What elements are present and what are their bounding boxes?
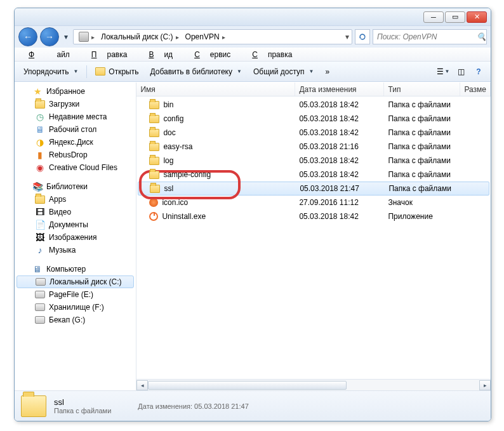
sidebar-favorites-group: ★ Избранное Загрузки ◷Недавние места 🖥Ра… <box>15 85 136 174</box>
sidebar-libraries-group: 📚 Библиотеки Apps 🎞Видео 📄Документы 🖼Изо… <box>15 180 136 256</box>
view-icon: ☰ <box>437 67 444 76</box>
scroll-left-button[interactable]: ◂ <box>136 380 148 390</box>
file-row[interactable]: doc05.03.2018 18:42Папка с файлами <box>136 126 491 140</box>
sidebar-item-drive-f[interactable]: Хранилище (F:) <box>15 301 136 314</box>
sidebar-item-drive-e[interactable]: PageFile (E:) <box>15 288 136 301</box>
details-meta-label: Дата изменения: <box>138 402 192 410</box>
chevron-right-icon: ▸ <box>91 34 95 41</box>
sidebar-item-music[interactable]: ♪Музыка <box>15 244 136 256</box>
refresh-icon <box>358 32 367 41</box>
chevron-right-icon: ▸ <box>222 34 225 41</box>
sidebar-item-label: Рабочий стол <box>49 125 96 134</box>
scroll-right-button[interactable]: ▸ <box>479 380 491 390</box>
menu-edit[interactable]: Правка <box>81 49 138 60</box>
horizontal-scrollbar[interactable]: ◂ ▸ <box>136 379 491 390</box>
sidebar-item-yandex[interactable]: ◑Яндекс.Диск <box>15 136 136 149</box>
sidebar-item-label: Хранилище (F:) <box>49 303 104 312</box>
file-row[interactable]: ssl05.03.2018 21:47Папка с файлами <box>138 182 489 196</box>
file-type: Папка с файлами <box>384 128 460 137</box>
breadcrumb-dropdown[interactable]: ▾ <box>345 32 349 41</box>
sidebar-item-desktop[interactable]: 🖥Рабочий стол <box>15 123 136 136</box>
help-button[interactable]: ? <box>470 65 487 79</box>
addlib-label: Добавить в библиотеку <box>150 67 232 76</box>
refresh-button[interactable] <box>355 29 370 44</box>
sidebar-libraries-header[interactable]: 📚 Библиотеки <box>15 180 136 193</box>
folder-icon <box>35 100 45 109</box>
share-button[interactable]: Общий доступ ▼ <box>248 65 319 78</box>
file-row[interactable]: sample-config05.03.2018 18:42Папка с фай… <box>136 168 491 182</box>
history-dropdown[interactable]: ▾ <box>62 28 70 46</box>
breadcrumb-folder[interactable]: OpenVPN ▸ <box>183 30 228 44</box>
open-button[interactable]: Открыть <box>90 65 143 78</box>
column-size[interactable]: Разме <box>460 83 491 96</box>
column-label: Имя <box>140 85 155 94</box>
menu-file[interactable]: Ф айл <box>18 49 80 60</box>
file-type: Папка с файлами <box>384 170 460 179</box>
sidebar-item-rebus[interactable]: ▮RebusDrop <box>15 149 136 161</box>
sidebar-item-recent[interactable]: ◷Недавние места <box>15 110 136 123</box>
file-date: 27.09.2016 11:12 <box>295 198 384 207</box>
add-library-button[interactable]: Добавить в библиотеку ▼ <box>145 65 246 78</box>
help-icon: ? <box>476 67 481 76</box>
preview-pane-button[interactable]: ◫ <box>453 65 469 79</box>
cc-icon: ◉ <box>35 162 45 173</box>
minimize-button[interactable]: ─ <box>423 11 444 23</box>
computer-icon: 🖥 <box>32 264 43 274</box>
back-button[interactable]: ← <box>18 27 37 46</box>
menu-view[interactable]: Вид <box>138 49 183 60</box>
file-type: Значок <box>384 198 460 207</box>
breadcrumb-label: Локальный диск (C:) <box>101 32 173 41</box>
menu-help[interactable]: Справка <box>242 49 302 60</box>
sidebar-item-label: Яндекс.Диск <box>49 138 93 147</box>
file-row[interactable]: easy-rsa05.03.2018 21:16Папка с файлами <box>136 140 491 154</box>
breadcrumb[interactable]: ▸ Локальный диск (C:) ▸ OpenVPN ▸ ▾ <box>73 29 352 44</box>
sidebar-label: Компьютер <box>46 265 86 274</box>
file-name: config <box>163 114 183 123</box>
maximize-button[interactable]: ▭ <box>445 11 465 23</box>
sidebar-item-docs[interactable]: 📄Документы <box>15 218 136 231</box>
sidebar-favorites-header[interactable]: ★ Избранное <box>15 85 136 98</box>
sidebar-computer-header[interactable]: 🖥 Компьютер <box>15 263 136 275</box>
column-name[interactable]: Имя <box>136 83 295 96</box>
details-type: Папка с файлами <box>54 407 111 414</box>
column-label: Тип <box>388 85 401 94</box>
sidebar-item-ccf[interactable]: ◉Creative Cloud Files <box>15 161 136 174</box>
folder-icon <box>35 196 45 204</box>
forward-button[interactable]: → <box>40 27 59 46</box>
file-date: 05.03.2018 21:16 <box>295 142 384 151</box>
file-row[interactable]: config05.03.2018 18:42Папка с файлами <box>136 112 491 126</box>
close-button[interactable]: ✕ <box>467 11 487 23</box>
library-icon: 📚 <box>32 182 43 192</box>
more-button[interactable]: » <box>320 65 335 78</box>
menu-label: правка <box>263 49 297 60</box>
file-type: Папка с файлами <box>384 156 460 165</box>
sidebar-item-apps[interactable]: Apps <box>15 193 136 206</box>
view-options-button[interactable]: ☰ ▼ <box>435 65 451 79</box>
file-row[interactable]: log05.03.2018 18:42Папка с файлами <box>136 154 491 168</box>
search-box[interactable]: 🔍 <box>373 29 487 44</box>
sidebar-item-video[interactable]: 🎞Видео <box>15 206 136 218</box>
file-row[interactable]: Uninstall.exe05.03.2018 18:42Приложение <box>136 209 491 223</box>
scroll-thumb[interactable] <box>148 381 347 390</box>
breadcrumb-drive[interactable]: Локальный диск (C:) ▸ <box>98 30 182 44</box>
file-date: 05.03.2018 18:42 <box>295 170 384 179</box>
sidebar-item-drive-c[interactable]: Локальный диск (C:) <box>17 275 134 288</box>
file-name: log <box>163 156 173 165</box>
sidebar-item-downloads[interactable]: Загрузки <box>15 98 136 110</box>
file-row[interactable]: icon.ico27.09.2016 11:12Значок <box>136 196 491 209</box>
sidebar-item-drive-g[interactable]: Бекап (G:) <box>15 314 136 326</box>
breadcrumb-root[interactable]: ▸ <box>76 30 97 44</box>
file-date: 05.03.2018 18:42 <box>295 156 384 165</box>
file-row[interactable]: bin05.03.2018 18:42Папка с файлами <box>136 98 491 112</box>
column-headers: Имя Дата изменения Тип Разме <box>136 83 491 96</box>
sidebar-item-images[interactable]: 🖼Изображения <box>15 231 136 244</box>
drive-icon <box>35 303 45 311</box>
search-input[interactable] <box>376 32 474 42</box>
column-date[interactable]: Дата изменения <box>295 83 384 96</box>
organize-button[interactable]: Упорядочить ▼ <box>18 65 83 78</box>
ico-icon <box>149 198 158 207</box>
menu-tools[interactable]: Сервис <box>184 49 241 60</box>
chevron-down-icon: ▼ <box>309 69 314 74</box>
scroll-track[interactable] <box>148 380 479 390</box>
column-type[interactable]: Тип <box>384 83 460 96</box>
